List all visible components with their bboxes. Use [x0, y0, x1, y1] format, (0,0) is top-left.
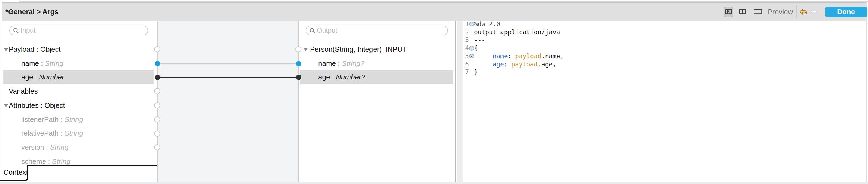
- undo-arrow-icon: [799, 7, 808, 16]
- undo-button[interactable]: [799, 7, 808, 16]
- fold-collapse-icon[interactable]: [469, 54, 474, 59]
- node-colon: :: [59, 129, 65, 137]
- node-label: relativePath: [3, 129, 59, 137]
- window-bottom-edge: [0, 182, 868, 184]
- node-type: String?: [342, 59, 364, 67]
- code-token-plain: output application/java: [474, 28, 560, 36]
- transform-dialog: *General > Args: [0, 0, 868, 184]
- context-drawer-edge: [28, 165, 157, 166]
- code-line-2: 2output application/java: [456, 28, 866, 36]
- context-tab[interactable]: Context: [0, 165, 28, 181]
- tree-row-Person(String, Integer)_INPUT[interactable]: Person(String, Integer)_INPUT: [300, 42, 453, 56]
- node-label: name: [3, 59, 39, 67]
- port-dot-name[interactable]: [154, 61, 160, 66]
- fold-collapse-icon[interactable]: [469, 22, 474, 26]
- node-colon: :: [34, 45, 40, 53]
- input-search-field[interactable]: [21, 26, 145, 35]
- expander-triangle-icon[interactable]: [4, 104, 8, 107]
- port-dot-name[interactable]: [296, 61, 301, 66]
- node-colon: :: [59, 115, 65, 123]
- node-type: String: [65, 115, 83, 123]
- code-text: ---: [474, 36, 866, 44]
- tree-row-listenerPath[interactable]: listenerPath : String: [3, 112, 154, 126]
- line-number: 5: [456, 52, 469, 61]
- fold-column: [469, 52, 474, 61]
- output-search-field[interactable]: [317, 26, 445, 35]
- tree-row-version[interactable]: version : String: [3, 141, 154, 154]
- code-token-plain: [474, 52, 493, 60]
- preview-button[interactable]: Preview: [768, 2, 793, 21]
- line-number: 2: [456, 28, 469, 36]
- code-text: name: payload.name,: [474, 52, 866, 61]
- line-number: 7: [456, 68, 469, 76]
- fold-column: [469, 68, 474, 76]
- node-colon: :: [33, 73, 39, 81]
- code-token-context: payload: [515, 52, 541, 60]
- connection-line-age-to-age[interactable]: [157, 77, 298, 78]
- code-token-plain: :: [504, 60, 512, 68]
- search-icon: [309, 28, 315, 34]
- code-token-plain: :: [507, 52, 515, 60]
- tree-row-Payload[interactable]: Payload : Object: [3, 42, 154, 56]
- window-right-edge: [866, 2, 867, 182]
- single-panel-view-button[interactable]: [752, 6, 764, 17]
- fold-collapse-icon[interactable]: [469, 46, 474, 50]
- two-panel-view-button[interactable]: [738, 6, 748, 17]
- dialog-title: *General > Args: [5, 2, 59, 21]
- node-colon: :: [39, 59, 45, 67]
- redo-arrow-icon: [809, 7, 818, 16]
- node-type: String: [65, 129, 83, 137]
- node-type: Number: [39, 73, 64, 81]
- mapping-and-code-view-button[interactable]: [723, 6, 734, 17]
- line-number: 4: [456, 44, 469, 52]
- node-label: Variables: [3, 87, 38, 95]
- node-type: String: [50, 143, 69, 151]
- code-token-plain: }: [474, 68, 478, 76]
- two-columns-icon: [739, 9, 746, 14]
- node-type: Object: [45, 101, 65, 109]
- output-search-box: [305, 26, 447, 35]
- connection-line-name-to-name[interactable]: [157, 63, 298, 64]
- tree-row-age[interactable]: age : Number?: [300, 71, 453, 84]
- expander-triangle-icon[interactable]: [304, 48, 308, 51]
- code-line-4: 4{: [456, 44, 866, 52]
- fold-column: [469, 44, 474, 52]
- code-line-5: 5 name: payload.name,: [456, 52, 866, 61]
- node-label: Person(String, Integer)_INPUT: [300, 45, 407, 53]
- code-token-plain: {: [474, 44, 478, 52]
- tree-row-Attributes[interactable]: Attributes : Object: [3, 99, 154, 112]
- node-label: listenerPath: [3, 115, 59, 123]
- tree-row-name[interactable]: name : String: [3, 56, 154, 70]
- split-mapping-icon: [725, 9, 732, 14]
- line-number: 1: [456, 20, 469, 28]
- redo-button[interactable]: [809, 7, 818, 16]
- tree-row-name[interactable]: name : String?: [300, 56, 453, 70]
- port-dot-relativePath[interactable]: [154, 131, 160, 136]
- node-colon: :: [39, 101, 45, 109]
- node-label: name: [300, 59, 336, 67]
- toolbar-separator: [796, 5, 797, 18]
- expander-triangle-icon[interactable]: [4, 48, 8, 51]
- toolbar-separator: [764, 5, 765, 18]
- node-label: scheme: [3, 157, 46, 165]
- tree-row-relativePath[interactable]: relativePath : String: [3, 126, 154, 140]
- view-mode-toggle-group: [723, 6, 764, 17]
- node-label: age: [300, 73, 330, 81]
- tree-row-age[interactable]: age : Number: [3, 71, 154, 84]
- code-token-plain: ---: [474, 36, 485, 44]
- tree-row-Variables[interactable]: Variables: [3, 84, 154, 98]
- node-label: version: [3, 143, 44, 151]
- code-token-context: payload: [512, 60, 537, 68]
- code-token-plain: .name,: [541, 52, 564, 60]
- node-label: Attributes: [3, 101, 39, 109]
- fold-column: [469, 20, 474, 28]
- code-line-6: 6 age: payload.age,: [456, 60, 866, 68]
- fold-column: [469, 28, 474, 36]
- node-type: Object: [40, 45, 61, 53]
- node-type: Number?: [336, 73, 365, 81]
- line-number: 3: [456, 36, 469, 44]
- node-colon: :: [330, 73, 336, 81]
- node-label: age: [3, 73, 33, 81]
- port-dot-listenerPath[interactable]: [154, 116, 160, 122]
- done-button[interactable]: Done: [826, 6, 867, 17]
